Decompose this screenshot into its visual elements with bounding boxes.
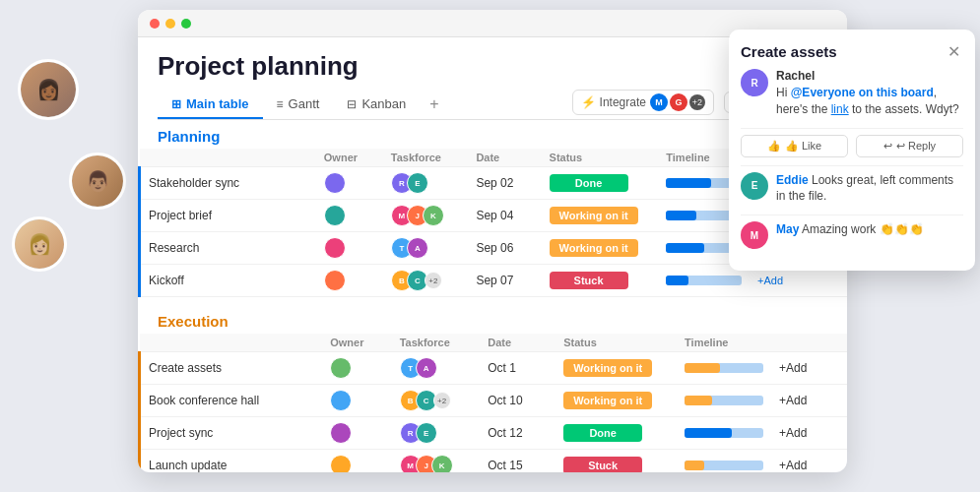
col-task-exec (140, 334, 323, 352)
assets-link[interactable]: link (831, 102, 849, 116)
execution-row: Launch update MJK Oct 15 Stuck +Add (140, 450, 848, 473)
add-cell-exec[interactable]: +Add (771, 385, 847, 417)
taskforce-avatar-group: TA (400, 357, 473, 379)
tab-main-table[interactable]: ⊞ Main table (158, 91, 263, 119)
status-cell: Working on it (555, 385, 677, 417)
status-badge: Working on it (550, 207, 638, 224)
taskforce-avatar-group: BC+2 (391, 270, 461, 291)
execution-section-header: Execution (138, 305, 847, 334)
taskforce-cell: BC+2 (383, 265, 469, 297)
taskforce-avatar-group: TA (391, 237, 461, 259)
taskforce-avatar: K (431, 455, 453, 472)
avatar-eddie: E (741, 172, 768, 200)
close-popup-button[interactable]: ✕ (944, 41, 963, 61)
taskforce-cell: RE (383, 167, 469, 200)
tab-kanban[interactable]: ⊟ Kanban (333, 91, 420, 119)
timeline-fill (685, 363, 720, 373)
taskforce-avatar-group: RE (391, 172, 461, 194)
taskforce-avatar-group: RE (400, 422, 473, 444)
date-cell: Sep 04 (468, 200, 541, 232)
owner-avatar-group (330, 422, 383, 444)
owner-avatar-group (330, 390, 383, 411)
integrate-icon: ⚡ (581, 95, 596, 109)
timeline-bar (685, 428, 763, 438)
status-badge: Working on it (563, 392, 652, 409)
taskforce-cell: BC+2 (392, 385, 481, 417)
date-cell: Oct 15 (480, 450, 555, 473)
task-name: Research (140, 232, 316, 265)
timeline-bar (685, 396, 763, 405)
status-badge: Done (563, 424, 642, 442)
minimize-dot[interactable] (165, 19, 175, 29)
status-badge: Stuck (550, 272, 628, 289)
popup-header: Create assets ✕ (741, 41, 963, 61)
task-name: Stakeholder sync (140, 167, 316, 200)
taskforce-cell: TA (383, 232, 469, 265)
col-taskforce-exec: Taskforce (392, 334, 481, 352)
col-status-exec: Status (555, 334, 677, 352)
add-cell-exec[interactable]: +Add (771, 450, 847, 473)
owner-avatar (324, 205, 346, 226)
task-name: Launch update (140, 450, 323, 473)
add-dependent-button[interactable]: +Add (757, 275, 783, 286)
owner-avatar (324, 172, 346, 194)
date-cell: Sep 02 (468, 167, 541, 200)
kanban-icon: ⊟ (347, 97, 357, 111)
like-button[interactable]: 👍 👍 Like (741, 135, 848, 157)
status-cell: Stuck (555, 450, 677, 473)
col-timeline-exec: Timeline (677, 334, 771, 352)
owner-cell (316, 200, 383, 232)
add-cell-exec[interactable]: +Add (771, 352, 847, 385)
chat-message-rachel: R Rachel Hi @Everyone on this board, her… (741, 69, 963, 118)
taskforce-cell: MJK (383, 200, 469, 232)
timeline-cell (677, 450, 771, 473)
owner-avatar-group (330, 455, 383, 472)
status-cell: Working on it (542, 232, 659, 265)
integration-icon-2: G (670, 93, 687, 111)
col-add-exec (771, 334, 847, 352)
avatar-mid: 👨🏽 (69, 153, 126, 210)
popup-title: Create assets (741, 43, 837, 60)
taskforce-avatar: A (407, 237, 428, 259)
owner-cell (316, 167, 383, 200)
timeline-fill (666, 178, 711, 188)
gantt-icon: ≡ (277, 97, 284, 111)
reply-icon: ↩ (883, 140, 892, 153)
taskforce-avatar-group: MJK (400, 455, 473, 472)
add-cell-exec[interactable]: +Add (771, 417, 847, 450)
maximize-dot[interactable] (181, 19, 191, 29)
owner-avatar (330, 390, 352, 411)
add-tab-button[interactable]: + (420, 90, 448, 119)
execution-row: Create assets TA Oct 1 Working on it +Ad… (140, 352, 848, 385)
status-cell: Stuck (542, 265, 659, 297)
owner-avatar (330, 455, 352, 472)
timeline-fill (666, 276, 688, 285)
sender-rachel: Rachel (776, 69, 963, 83)
owner-avatar-group (324, 205, 375, 226)
timeline-fill (685, 428, 732, 438)
status-badge: Done (550, 174, 628, 192)
timeline-bar (666, 276, 742, 285)
taskforce-avatar-group: MJK (391, 205, 461, 226)
col-status: Status (542, 149, 659, 167)
message-body-eddie: Eddie Looks great, left comments in the … (776, 172, 963, 206)
taskforce-cell: RE (392, 417, 481, 450)
reply-button[interactable]: ↩ ↩ Reply (856, 135, 963, 157)
status-cell: Done (542, 167, 659, 200)
timeline-cell (677, 352, 771, 385)
message-text-eddie: Eddie Looks great, left comments in the … (776, 172, 963, 206)
avatar-top: 👩🏾 (18, 59, 79, 120)
status-cell: Done (555, 417, 677, 450)
timeline-cell (677, 385, 771, 417)
task-name: Kickoff (140, 265, 316, 297)
integration-icon-1: M (650, 93, 668, 111)
taskforce-count: +2 (425, 272, 442, 289)
tab-gantt[interactable]: ≡ Gantt (263, 91, 334, 119)
message-body-may: May Amazing work 👏👏👏 (776, 221, 963, 249)
close-dot[interactable] (150, 19, 160, 29)
integrate-button[interactable]: ⚡ Integrate M G +2 (572, 90, 714, 115)
owner-avatar-group (324, 270, 375, 291)
chat-actions: 👍 👍 Like ↩ ↩ Reply (741, 128, 963, 157)
owner-cell (322, 417, 391, 450)
col-date-exec: Date (480, 334, 555, 352)
